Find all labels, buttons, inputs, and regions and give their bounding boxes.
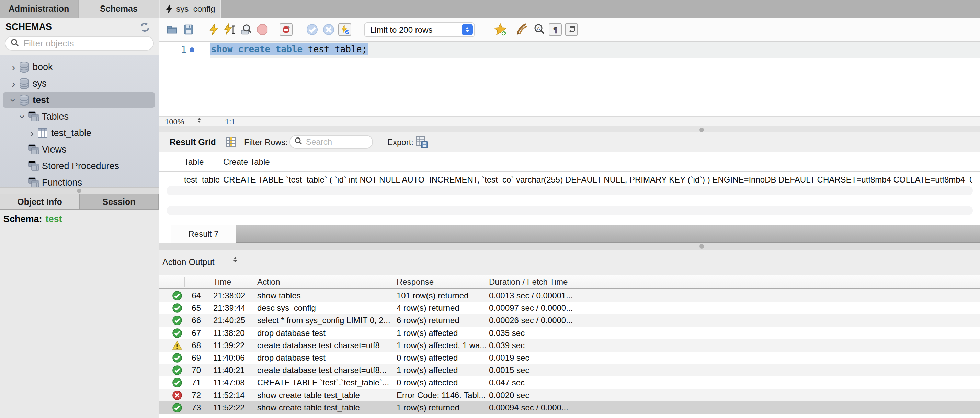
action-output-row-73[interactable]: 7311:52:22show create table test_table1 …: [159, 402, 980, 414]
status-error-icon: [172, 390, 182, 402]
chevron-right-icon[interactable]: ›: [27, 129, 37, 138]
toggle-stop-on-error-icon[interactable]: [280, 23, 293, 36]
row-action: desc sys_config: [257, 303, 395, 313]
sql-editor[interactable]: 1 show create table test_table;: [159, 41, 980, 116]
empty-row-stripe: [167, 186, 973, 195]
column-header-response[interactable]: Response: [396, 277, 434, 287]
commit-icon[interactable]: [305, 23, 319, 36]
rollback-icon[interactable]: [322, 23, 335, 36]
sql-identifier: test_table;: [302, 44, 367, 54]
explain-plan-icon[interactable]: [239, 23, 252, 36]
row-response: 0 row(s) affected: [396, 353, 487, 363]
tree-item-test-table[interactable]: ›test_table: [0, 125, 159, 141]
show-invisibles-icon[interactable]: ¶: [549, 23, 562, 36]
action-output-row-64[interactable]: 6421:38:02show tables101 row(s) returned…: [159, 289, 980, 302]
find-panel-icon[interactable]: A: [533, 23, 546, 36]
action-output-row-70[interactable]: 7011:40:21create database test charset=u…: [159, 364, 980, 377]
limit-rows-dropdown[interactable]: Limit to 200 rows: [364, 22, 475, 37]
chevron-down-icon[interactable]: ›: [18, 112, 27, 121]
result-output-splitter[interactable]: [159, 243, 980, 250]
execute-icon[interactable]: [207, 23, 220, 36]
tree-item-test[interactable]: ›test: [0, 92, 159, 108]
open-file-icon[interactable]: [165, 23, 178, 36]
execute-current-statement-icon[interactable]: [223, 23, 236, 36]
sql-code-line[interactable]: show create table test_table;: [210, 44, 368, 54]
tree-item-label: book: [33, 62, 53, 73]
action-output-row-68[interactable]: 6811:39:22create database test charset=u…: [159, 339, 980, 352]
filter-rows-search-input[interactable]: Search: [290, 135, 373, 149]
row-action: drop database test: [257, 353, 395, 363]
tab-schemas[interactable]: Schemas: [79, 0, 159, 18]
status-success-icon: [172, 353, 182, 365]
save-snippet-icon[interactable]: [494, 23, 507, 36]
schema-tree: ›book›sys›test›Tables›test_tableViewsSto…: [0, 55, 159, 206]
vertical-scrollbar[interactable]: [975, 153, 976, 225]
column-divider: [576, 277, 576, 287]
column-header-duration[interactable]: Duration / Fetch Time: [489, 277, 568, 287]
action-output-row-67[interactable]: 6711:38:20drop database test1 row(s) aff…: [159, 327, 980, 339]
database-icon: [18, 94, 33, 106]
cell-table-name[interactable]: test_table: [184, 175, 220, 185]
beautify-query-icon[interactable]: [515, 23, 528, 36]
tree-item-tables[interactable]: ›Tables: [0, 108, 159, 125]
tree-item-book[interactable]: ›book: [0, 59, 159, 75]
tab-object-info[interactable]: Object Info: [0, 194, 79, 210]
stop-query-icon[interactable]: [256, 23, 269, 36]
tab-session[interactable]: Session: [79, 194, 159, 210]
status-divider: [216, 116, 216, 126]
zoom-stepper-icon[interactable]: [197, 118, 201, 123]
tree-item-sys[interactable]: ›sys: [0, 75, 159, 92]
action-output-row-72[interactable]: 7211:52:14show create table test_tableEr…: [159, 389, 980, 402]
sql-keywords: show create table: [211, 44, 302, 54]
tab-sys-config[interactable]: sys_config: [159, 0, 221, 18]
column-header-table[interactable]: Table: [184, 157, 204, 167]
row-duration: 0.035 sec: [489, 328, 525, 338]
row-duration: 0.039 sec: [489, 341, 525, 350]
tree-item-views[interactable]: Views: [0, 141, 159, 158]
column-header-action[interactable]: Action: [257, 277, 280, 287]
refresh-schemas-icon[interactable]: [139, 21, 151, 34]
row-time: 11:52:14: [213, 391, 245, 400]
action-output-header: Action Output: [159, 250, 980, 275]
toggle-autocommit-icon[interactable]: [338, 23, 351, 36]
action-output-row-65[interactable]: 6521:39:44desc sys_config4 row(s) return…: [159, 302, 980, 314]
editor-result-splitter[interactable]: [159, 126, 980, 132]
chevron-down-icon[interactable]: ›: [9, 96, 18, 105]
column-divider: [392, 277, 393, 287]
column-header-create-table[interactable]: Create Table: [223, 157, 270, 167]
tab-result-7[interactable]: Result 7: [171, 225, 236, 243]
column-divider: [485, 277, 486, 287]
chevron-right-icon[interactable]: ›: [9, 79, 18, 88]
schemas-header: SCHEMAS: [0, 18, 159, 36]
filter-objects-input[interactable]: Filter objects: [5, 36, 154, 51]
editor-zoom-level[interactable]: 100%: [165, 118, 184, 126]
row-response: 1 row(s) affected: [396, 328, 487, 338]
empty-row-stripe: [167, 206, 973, 215]
action-output-selector-icon[interactable]: [234, 257, 237, 262]
column-divider: [185, 277, 185, 287]
column-header-time[interactable]: Time: [213, 277, 231, 287]
action-output-row-71[interactable]: 7111:47:08CREATE TABLE `test`.`test_tabl…: [159, 377, 980, 389]
toggle-wrap-icon[interactable]: [565, 23, 578, 36]
sql-editor-toolbar: Limit to 200 rows A ¶: [159, 18, 980, 41]
status-success-icon: [172, 377, 182, 390]
action-output-row-66[interactable]: 6621:40:25select * from sys_config LIMIT…: [159, 314, 980, 327]
chevron-right-icon[interactable]: ›: [9, 62, 18, 72]
tab-administration[interactable]: Administration: [0, 0, 78, 18]
sidebar-splitter[interactable]: [0, 187, 159, 194]
action-output-row-69[interactable]: 6911:40:06drop database test0 row(s) aff…: [159, 352, 980, 364]
save-icon[interactable]: [182, 23, 195, 36]
cell-create-table[interactable]: CREATE TABLE `test_table` ( `id` int NOT…: [223, 175, 972, 185]
row-time: 21:40:25: [213, 316, 245, 325]
sidebar: SCHEMAS Filter objects ›book›sys›test›Ta…: [0, 18, 159, 418]
status-success-icon: [172, 328, 182, 340]
row-response: 6 row(s) returned: [396, 316, 487, 325]
action-output-title: Action Output: [162, 257, 214, 267]
row-id: 71: [183, 378, 201, 388]
schema-icon: [27, 111, 42, 122]
export-icon[interactable]: [416, 136, 428, 150]
grid-view-icon[interactable]: [225, 136, 236, 150]
filter-rows-label: Filter Rows:: [244, 137, 288, 147]
tree-item-stored-procedures[interactable]: Stored Procedures: [0, 158, 159, 174]
export-label: Export:: [387, 137, 414, 147]
